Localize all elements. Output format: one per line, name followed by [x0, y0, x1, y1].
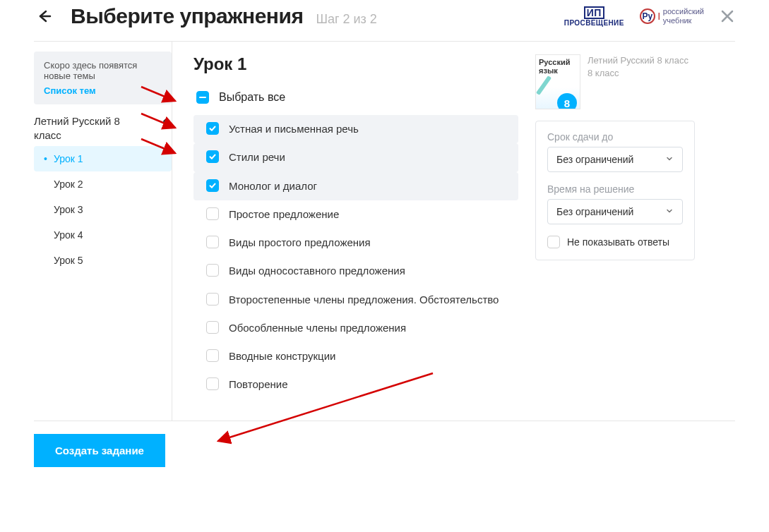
exercise-item: Вводные конструкции — [193, 342, 518, 370]
course-toggle[interactable]: Летний Русский 8 класс — [34, 104, 172, 146]
back-button[interactable] — [34, 6, 54, 26]
exercise-item: Второстепенные члены предложения. Обстоя… — [193, 286, 518, 314]
exercise-item: Повторение — [193, 370, 518, 399]
close-icon[interactable] — [720, 8, 735, 24]
select-all-checkbox[interactable] — [196, 91, 209, 104]
exercise-checkbox[interactable] — [206, 236, 219, 248]
exercise-checkbox[interactable] — [206, 321, 219, 334]
hide-answers-checkbox[interactable] — [547, 236, 560, 248]
sidebar-lesson-item[interactable]: Урок 2 — [34, 171, 172, 197]
exercise-checkbox[interactable] — [206, 122, 219, 135]
book-card: Русский язык 8 Летний Русский 8 класс 8 … — [535, 54, 695, 109]
exercise-checkbox[interactable] — [206, 179, 219, 192]
exercise-checkbox[interactable] — [206, 207, 219, 220]
promo-text: Скоро здесь появятся новые темы — [44, 60, 162, 81]
settings-panel: Срок сдачи до Без ограничений Время на р… — [535, 121, 695, 260]
time-label: Время на решение — [547, 183, 683, 195]
course-grade-text: 8 класс — [588, 67, 688, 80]
exercise-label[interactable]: Виды простого предложения — [229, 236, 371, 250]
chevron-down-icon — [665, 154, 674, 165]
exercise-item: Виды односоставного предложения — [193, 257, 518, 285]
promo-link[interactable]: Список тем — [44, 85, 162, 96]
book-cover: Русский язык 8 — [535, 54, 580, 109]
exercise-label[interactable]: Простое предложение — [229, 207, 339, 222]
promo-box: Скоро здесь появятся новые темы Список т… — [34, 52, 172, 104]
sidebar-lesson-item[interactable]: Урок 4 — [34, 222, 172, 248]
sidebar-lesson-item[interactable]: Урок 3 — [34, 197, 172, 222]
header: Выберите упражнения Шаг 2 из 2 ИП ПРОСВЕ… — [34, 0, 735, 41]
sidebar-lesson-item[interactable]: Урок 5 — [34, 248, 172, 273]
deadline-select[interactable]: Без ограничений — [547, 147, 683, 172]
exercise-label[interactable]: Повторение — [229, 377, 288, 392]
exercise-item: Монолог и диалог — [193, 172, 518, 200]
course-title-text: Летний Русский 8 класс — [588, 54, 688, 67]
page-title: Выберите упражнения — [71, 4, 303, 28]
create-task-button[interactable]: Создать задание — [34, 434, 165, 467]
sidebar-lesson-item[interactable]: Урок 1 — [34, 146, 172, 171]
exercise-label[interactable]: Второстепенные члены предложения. Обстоя… — [229, 293, 499, 307]
lesson-title: Урок 1 — [193, 54, 518, 74]
chevron-down-icon — [665, 206, 674, 217]
step-indicator: Шаг 2 из 2 — [316, 12, 376, 27]
exercise-checkbox[interactable] — [206, 293, 219, 306]
select-all-label[interactable]: Выбрать все — [219, 91, 285, 104]
chevron-up-icon — [162, 114, 172, 128]
deadline-label: Срок сдачи до — [547, 131, 683, 143]
sidebar: Скоро здесь появятся новые темы Список т… — [34, 42, 172, 421]
exercise-label[interactable]: Виды односоставного предложения — [229, 264, 405, 278]
exercise-checkbox[interactable] — [206, 264, 219, 277]
exercise-label[interactable]: Стили речи — [229, 150, 285, 164]
exercise-item: Устная и письменная речь — [193, 115, 518, 143]
exercise-label[interactable]: Монолог и диалог — [229, 179, 317, 193]
exercise-item: Обособленные члены предложения — [193, 314, 518, 342]
exercise-checkbox[interactable] — [206, 377, 219, 390]
time-select[interactable]: Без ограничений — [547, 199, 683, 224]
exercise-checkbox[interactable] — [206, 150, 219, 163]
exercise-label[interactable]: Устная и письменная речь — [229, 122, 359, 136]
logo-russian-textbook: Ру | российский учебник — [640, 7, 704, 25]
logo-prosveshchenie: ИП ПРОСВЕЩЕНИЕ — [564, 6, 624, 27]
exercise-item: Стили речи — [193, 143, 518, 171]
exercise-item: Виды простого предложения — [193, 229, 518, 257]
exercise-label[interactable]: Вводные конструкции — [229, 349, 335, 363]
exercise-checkbox[interactable] — [206, 349, 219, 362]
exercise-label[interactable]: Обособленные члены предложения — [229, 321, 406, 335]
exercise-item: Простое предложение — [193, 200, 518, 229]
hide-answers-label[interactable]: Не показывать ответы — [567, 236, 669, 248]
